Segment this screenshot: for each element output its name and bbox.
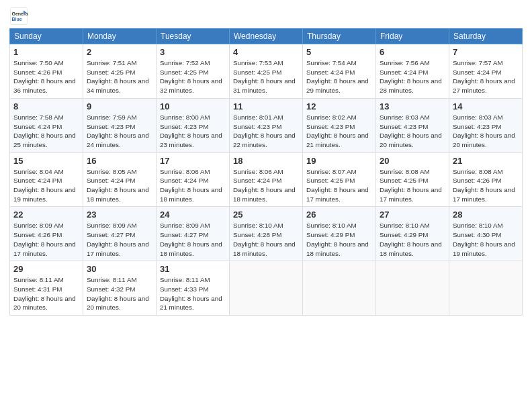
calendar-cell — [230, 261, 303, 316]
calendar-cell: 24Sunrise: 8:09 AMSunset: 4:27 PMDayligh… — [157, 207, 230, 261]
day-info: Sunrise: 7:59 AMSunset: 4:23 PMDaylight:… — [87, 113, 152, 150]
day-info: Sunrise: 8:11 AMSunset: 4:32 PMDaylight:… — [87, 275, 152, 312]
calendar-header-row: SundayMondayTuesdayWednesdayThursdayFrid… — [10, 29, 523, 44]
calendar-cell: 6Sunrise: 7:56 AMSunset: 4:24 PMDaylight… — [376, 44, 449, 99]
day-info: Sunrise: 8:03 AMSunset: 4:23 PMDaylight:… — [453, 113, 519, 150]
day-info: Sunrise: 8:07 AMSunset: 4:25 PMDaylight:… — [306, 167, 372, 204]
day-number: 21 — [453, 156, 519, 166]
calendar-week-4: 22Sunrise: 8:09 AMSunset: 4:26 PMDayligh… — [10, 207, 523, 261]
day-info: Sunrise: 8:10 AMSunset: 4:29 PMDaylight:… — [380, 221, 445, 258]
day-number: 17 — [160, 156, 226, 166]
calendar-cell: 16Sunrise: 8:05 AMSunset: 4:24 PMDayligh… — [83, 152, 157, 207]
day-number: 9 — [87, 101, 152, 111]
day-info: Sunrise: 7:51 AMSunset: 4:25 PMDaylight:… — [87, 58, 152, 95]
page-container: General Blue SundayMondayTuesdayWednesda… — [0, 0, 532, 320]
day-info: Sunrise: 8:02 AMSunset: 4:23 PMDaylight:… — [306, 113, 372, 150]
day-number: 8 — [13, 101, 79, 111]
day-info: Sunrise: 8:10 AMSunset: 4:28 PMDaylight:… — [233, 221, 299, 258]
day-number: 24 — [160, 210, 226, 220]
calendar-cell — [303, 261, 376, 316]
day-number: 12 — [306, 101, 372, 111]
day-number: 19 — [306, 156, 372, 166]
day-info: Sunrise: 8:06 AMSunset: 4:24 PMDaylight:… — [233, 167, 299, 204]
calendar-cell: 19Sunrise: 8:07 AMSunset: 4:25 PMDayligh… — [303, 152, 376, 207]
calendar-cell: 1Sunrise: 7:50 AMSunset: 4:26 PMDaylight… — [10, 44, 83, 99]
day-info: Sunrise: 8:06 AMSunset: 4:24 PMDaylight:… — [160, 167, 226, 204]
calendar-cell: 20Sunrise: 8:08 AMSunset: 4:25 PMDayligh… — [376, 152, 449, 207]
day-number: 20 — [380, 156, 445, 166]
calendar-cell: 21Sunrise: 8:08 AMSunset: 4:26 PMDayligh… — [449, 152, 523, 207]
day-info: Sunrise: 8:09 AMSunset: 4:27 PMDaylight:… — [87, 221, 152, 258]
day-number: 15 — [13, 156, 79, 166]
day-number: 7 — [453, 47, 519, 57]
calendar-cell: 3Sunrise: 7:52 AMSunset: 4:25 PMDaylight… — [157, 44, 230, 99]
calendar-cell: 17Sunrise: 8:06 AMSunset: 4:24 PMDayligh… — [157, 152, 230, 207]
day-number: 5 — [306, 47, 372, 57]
calendar-cell: 29Sunrise: 8:11 AMSunset: 4:31 PMDayligh… — [10, 261, 83, 316]
day-info: Sunrise: 8:03 AMSunset: 4:23 PMDaylight:… — [380, 113, 445, 150]
day-header-wednesday: Wednesday — [230, 29, 303, 44]
day-number: 27 — [380, 210, 445, 220]
calendar-cell: 11Sunrise: 8:01 AMSunset: 4:23 PMDayligh… — [230, 98, 303, 152]
calendar-cell — [449, 261, 523, 316]
calendar-cell: 13Sunrise: 8:03 AMSunset: 4:23 PMDayligh… — [376, 98, 449, 152]
day-number: 31 — [160, 264, 226, 274]
calendar-cell: 27Sunrise: 8:10 AMSunset: 4:29 PMDayligh… — [376, 207, 449, 261]
day-header-thursday: Thursday — [303, 29, 376, 44]
day-number: 28 — [453, 210, 519, 220]
day-info: Sunrise: 8:11 AMSunset: 4:33 PMDaylight:… — [160, 275, 226, 312]
calendar-cell: 5Sunrise: 7:54 AMSunset: 4:24 PMDaylight… — [303, 44, 376, 99]
day-info: Sunrise: 8:05 AMSunset: 4:24 PMDaylight:… — [87, 167, 152, 204]
calendar-cell: 22Sunrise: 8:09 AMSunset: 4:26 PMDayligh… — [10, 207, 83, 261]
calendar-cell: 7Sunrise: 7:57 AMSunset: 4:24 PMDaylight… — [449, 44, 523, 99]
calendar-week-2: 8Sunrise: 7:58 AMSunset: 4:24 PMDaylight… — [10, 98, 523, 152]
logo-icon: General Blue — [9, 7, 28, 26]
day-info: Sunrise: 8:09 AMSunset: 4:26 PMDaylight:… — [13, 221, 79, 258]
calendar-cell: 18Sunrise: 8:06 AMSunset: 4:24 PMDayligh… — [230, 152, 303, 207]
svg-text:Blue: Blue — [12, 17, 22, 21]
day-number: 26 — [306, 210, 372, 220]
calendar-cell: 10Sunrise: 8:00 AMSunset: 4:23 PMDayligh… — [157, 98, 230, 152]
day-info: Sunrise: 7:57 AMSunset: 4:24 PMDaylight:… — [453, 58, 519, 95]
calendar-cell: 12Sunrise: 8:02 AMSunset: 4:23 PMDayligh… — [303, 98, 376, 152]
day-info: Sunrise: 7:53 AMSunset: 4:25 PMDaylight:… — [233, 58, 299, 95]
calendar-cell: 30Sunrise: 8:11 AMSunset: 4:32 PMDayligh… — [83, 261, 157, 316]
calendar-cell: 25Sunrise: 8:10 AMSunset: 4:28 PMDayligh… — [230, 207, 303, 261]
day-info: Sunrise: 7:54 AMSunset: 4:24 PMDaylight:… — [306, 58, 372, 95]
day-info: Sunrise: 7:56 AMSunset: 4:24 PMDaylight:… — [380, 58, 445, 95]
calendar-cell: 28Sunrise: 8:10 AMSunset: 4:30 PMDayligh… — [449, 207, 523, 261]
logo: General Blue — [9, 7, 28, 26]
day-header-tuesday: Tuesday — [157, 29, 230, 44]
calendar-cell: 2Sunrise: 7:51 AMSunset: 4:25 PMDaylight… — [83, 44, 157, 99]
calendar-cell: 9Sunrise: 7:59 AMSunset: 4:23 PMDaylight… — [83, 98, 157, 152]
day-info: Sunrise: 8:10 AMSunset: 4:30 PMDaylight:… — [453, 221, 519, 258]
day-number: 6 — [380, 47, 445, 57]
day-info: Sunrise: 8:11 AMSunset: 4:31 PMDaylight:… — [13, 275, 79, 312]
day-info: Sunrise: 7:52 AMSunset: 4:25 PMDaylight:… — [160, 58, 226, 95]
day-number: 16 — [87, 156, 152, 166]
day-number: 30 — [87, 264, 152, 274]
calendar-cell — [376, 261, 449, 316]
day-number: 10 — [160, 101, 226, 111]
calendar-week-1: 1Sunrise: 7:50 AMSunset: 4:26 PMDaylight… — [10, 44, 523, 99]
day-number: 3 — [160, 47, 226, 57]
calendar-cell: 8Sunrise: 7:58 AMSunset: 4:24 PMDaylight… — [10, 98, 83, 152]
calendar-cell: 15Sunrise: 8:04 AMSunset: 4:24 PMDayligh… — [10, 152, 83, 207]
day-info: Sunrise: 8:09 AMSunset: 4:27 PMDaylight:… — [160, 221, 226, 258]
day-number: 14 — [453, 101, 519, 111]
day-info: Sunrise: 7:50 AMSunset: 4:26 PMDaylight:… — [13, 58, 79, 95]
day-number: 25 — [233, 210, 299, 220]
day-number: 11 — [233, 101, 299, 111]
svg-text:General: General — [12, 11, 29, 16]
day-number: 29 — [13, 264, 79, 274]
day-number: 4 — [233, 47, 299, 57]
day-info: Sunrise: 8:00 AMSunset: 4:23 PMDaylight:… — [160, 113, 226, 150]
day-header-friday: Friday — [376, 29, 449, 44]
day-info: Sunrise: 8:08 AMSunset: 4:25 PMDaylight:… — [380, 167, 445, 204]
day-info: Sunrise: 8:04 AMSunset: 4:24 PMDaylight:… — [13, 167, 79, 204]
header: General Blue — [9, 7, 523, 26]
day-info: Sunrise: 8:01 AMSunset: 4:23 PMDaylight:… — [233, 113, 299, 150]
day-info: Sunrise: 8:08 AMSunset: 4:26 PMDaylight:… — [453, 167, 519, 204]
calendar-cell: 23Sunrise: 8:09 AMSunset: 4:27 PMDayligh… — [83, 207, 157, 261]
day-number: 13 — [380, 101, 445, 111]
